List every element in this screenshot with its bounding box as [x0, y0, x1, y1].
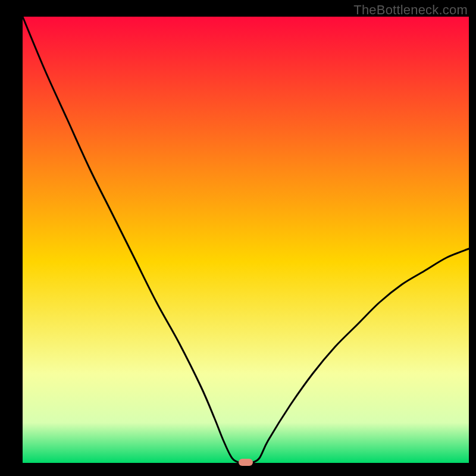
bottleneck-chart: [0, 0, 476, 476]
gradient-background: [23, 17, 469, 463]
watermark-text: TheBottleneck.com: [353, 2, 468, 18]
optimal-point-marker: [239, 459, 253, 466]
chart-frame: TheBottleneck.com: [0, 0, 476, 476]
